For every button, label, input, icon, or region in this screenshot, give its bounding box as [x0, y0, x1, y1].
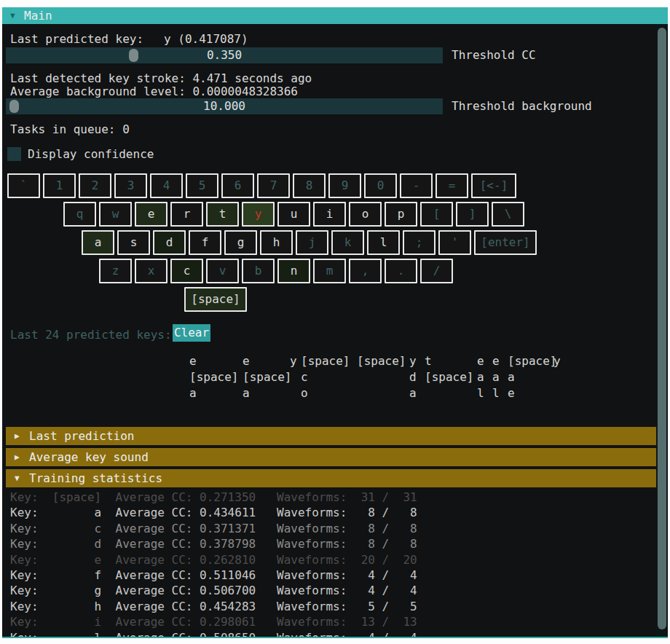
threshold-background-slider[interactable]: 10.000 [6, 98, 443, 114]
training-row: Key: [space] Average CC: 0.271350 Wavefo… [10, 490, 417, 505]
predicted-key: d [409, 370, 417, 385]
predicted-key: y [290, 354, 297, 369]
predicted-key: [space] [301, 354, 350, 369]
section-last-prediction[interactable]: ▶ Last prediction [6, 427, 656, 445]
keyboard-key: v [206, 259, 239, 283]
predicted-key: l [477, 386, 484, 401]
threshold-cc-slider[interactable]: 0.350 [6, 47, 443, 63]
predicted-key: c [301, 370, 308, 385]
display-confidence-checkbox[interactable] [7, 147, 21, 161]
predicted-key: e [189, 354, 197, 369]
threshold-cc-label: Threshold CC [452, 47, 536, 63]
keyboard-key: . [385, 259, 417, 283]
keyboard-key: r [170, 202, 203, 227]
keyboard-key: [<-] [471, 173, 516, 198]
display-confidence-label: Display confidence [28, 147, 154, 162]
main-window: ▼ Main Last predicted key: y (0.417087) … [2, 7, 668, 638]
section-label: Average key sound [29, 448, 149, 466]
keyboard-key: 5 [186, 173, 218, 198]
keyboard-key: s [117, 230, 150, 255]
keyboard-key: o [349, 202, 382, 227]
keyboard-key: \ [492, 202, 524, 227]
training-row: Key: d Average CC: 0.378798 Waveforms: 8… [10, 537, 417, 551]
keyboard-key: q [63, 202, 96, 227]
keyboard-key: y [242, 202, 275, 227]
keyboard-key: [space] [184, 287, 247, 312]
keyboard-key: n [277, 259, 310, 283]
keyboard-key: m [313, 259, 346, 283]
scrollbar-track[interactable] [656, 24, 668, 637]
tasks-in-queue-text: Tasks in queue: 0 [10, 122, 130, 137]
keyboard-key: k [331, 230, 364, 255]
clear-button[interactable]: Clear [173, 324, 210, 342]
keyboard-key: [enter] [474, 230, 537, 255]
keyboard-key: e [135, 202, 168, 227]
predicted-key: a [477, 370, 484, 385]
keyboard-key: z [99, 259, 132, 283]
predicted-key: e [492, 354, 500, 369]
keyboard-key: p [385, 202, 417, 227]
slider-value: 0.350 [6, 47, 443, 63]
training-row: Key: e Average CC: 0.262810 Waveforms: 2… [10, 553, 417, 568]
last-predicted-value: y (0.417087) [164, 32, 248, 47]
collapse-down-icon: ▼ [10, 7, 15, 24]
last-detected-text: Last detected key stroke: 4.471 seconds … [10, 71, 312, 86]
keyboard-key: ] [456, 202, 489, 227]
training-row: Key: c Average CC: 0.371371 Waveforms: 8… [10, 522, 417, 536]
keyboard-key: c [170, 259, 203, 283]
training-row: Key: i Average CC: 0.298061 Waveforms: 1… [10, 615, 417, 629]
keyboard-key: 2 [79, 173, 111, 198]
predicted-key: o [301, 386, 308, 401]
keyboard-key: 3 [114, 173, 147, 198]
training-row: Key: f Average CC: 0.511046 Waveforms: 4… [10, 568, 417, 583]
section-label: Training statistics [29, 469, 162, 487]
training-row: Key: l Average CC: 0.508650 Waveforms: 4… [10, 631, 417, 638]
keyboard-key: 6 [221, 173, 254, 198]
predicted-key: a [409, 386, 417, 401]
keyboard-key: 0 [364, 173, 397, 198]
section-training-statistics[interactable]: ▼ Training statistics [6, 469, 656, 487]
keyboard-key: , [349, 259, 382, 283]
chevron-right-icon: ▶ [15, 427, 20, 445]
keyboard-key: f [189, 230, 221, 255]
predicted-key: [space] [189, 370, 238, 385]
window-title: Main [24, 7, 52, 24]
scrollbar-thumb[interactable] [658, 28, 666, 629]
keyboard-key: t [206, 202, 239, 227]
keyboard-key: [ [420, 202, 453, 227]
keyboard-key: 1 [43, 173, 76, 198]
predicted-key: t [425, 354, 432, 369]
predicted-key: a [243, 386, 250, 401]
keyboard-key: l [367, 230, 400, 255]
avg-background-text: Average background level: 0.000004832836… [10, 85, 298, 99]
keyboard-key: b [242, 259, 275, 283]
predicted-key: e [508, 386, 515, 401]
keyboard-key: j [296, 230, 328, 255]
keyboard-key: w [99, 202, 132, 227]
section-average-key-sound[interactable]: ▶ Average key sound [6, 448, 656, 466]
keyboard-key: 7 [257, 173, 290, 198]
predicted-keys-label: Last 24 predicted keys: [10, 328, 172, 342]
app-page: ▼ Main Last predicted key: y (0.417087) … [0, 0, 670, 644]
keyboard-key: / [420, 259, 453, 283]
main-window-header[interactable]: ▼ Main [2, 7, 668, 24]
section-label: Last prediction [29, 427, 135, 445]
training-row: Key: a Average CC: 0.434611 Waveforms: 8… [10, 506, 417, 520]
predicted-key: [space] [243, 370, 291, 385]
predicted-key: [space] [425, 370, 473, 385]
keyboard-key: u [277, 202, 310, 227]
last-predicted-label: Last predicted key: [10, 32, 143, 47]
predicted-key: y [409, 354, 417, 369]
keyboard-key: 9 [328, 173, 361, 198]
keyboard-key: ' [438, 230, 471, 255]
training-row: Key: g Average CC: 0.506700 Waveforms: 4… [10, 584, 417, 598]
threshold-background-label: Threshold background [452, 98, 592, 114]
predicted-key: [space] [508, 354, 556, 369]
chevron-right-icon: ▶ [15, 448, 20, 466]
predicted-keys-grid: eey[space][space]ytee[space]y[space][spa… [189, 354, 626, 405]
keyboard-key: 8 [293, 173, 326, 198]
keyboard-key: = [436, 173, 468, 198]
predicted-key: y [553, 354, 561, 369]
keyboard-key: ; [403, 230, 436, 255]
keyboard-key: 4 [150, 173, 183, 198]
